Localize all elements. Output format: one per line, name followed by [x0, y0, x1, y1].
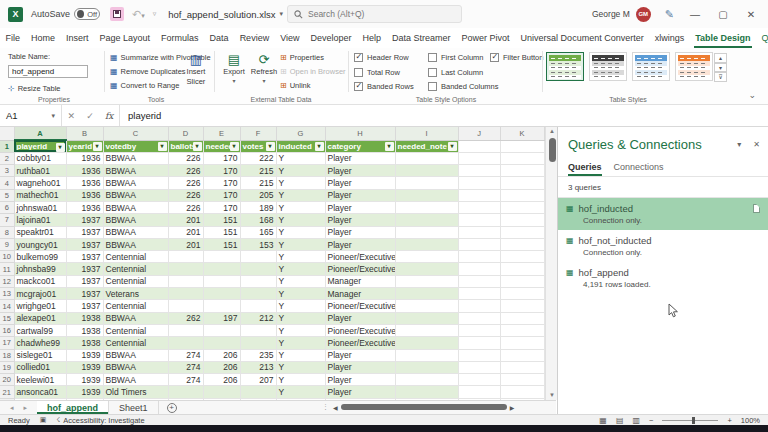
empty-cell[interactable] [500, 251, 544, 263]
column-header-D[interactable]: D [168, 127, 203, 140]
cell[interactable]: collied01 [14, 361, 66, 373]
cell[interactable]: 226 [168, 165, 203, 177]
minimize-button[interactable]: — [688, 9, 702, 20]
cell[interactable] [395, 238, 458, 250]
ribbon-tab[interactable]: Insert [61, 28, 95, 48]
panel-close-icon[interactable]: ✕ [753, 140, 760, 149]
cell[interactable]: Y [276, 165, 325, 177]
cell[interactable]: 1936 [66, 189, 103, 201]
gallery-up-button[interactable]: ▴ [714, 53, 727, 63]
cell[interactable]: 1936 [66, 152, 103, 164]
row-number[interactable]: 17 [0, 337, 14, 349]
cell[interactable]: Centennial [103, 251, 168, 263]
gallery-more-button[interactable]: ⊽ [714, 72, 727, 82]
filter-dropdown-icon[interactable]: ▾ [230, 142, 239, 151]
table-header-cell[interactable]: needed▾ [203, 140, 240, 152]
style-option-checkbox[interactable]: Last Column [428, 68, 499, 77]
cell[interactable]: 1937 [66, 300, 103, 312]
row-number[interactable]: 3 [0, 165, 14, 177]
cell[interactable]: Centennial [103, 263, 168, 275]
cell[interactable]: BBWAA [103, 374, 168, 386]
normal-view-icon[interactable]: ▦ [599, 416, 607, 425]
cell[interactable]: 168 [240, 214, 276, 226]
save-icon[interactable] [110, 7, 124, 21]
cell[interactable]: Y [276, 288, 325, 300]
empty-cell[interactable] [458, 386, 500, 398]
cell[interactable]: BBWAA [103, 226, 168, 238]
cell[interactable]: 215 [240, 177, 276, 189]
style-option-checkbox[interactable]: Header Row [354, 53, 414, 62]
column-header-C[interactable]: C [103, 127, 168, 140]
row-number[interactable]: 19 [0, 361, 14, 373]
ribbon-tab[interactable]: Review [234, 28, 275, 48]
cell[interactable]: keelewi01 [14, 374, 66, 386]
empty-cell[interactable] [500, 337, 544, 349]
cell[interactable]: 1938 [66, 312, 103, 324]
cell[interactable]: chadwhe99 [14, 337, 66, 349]
filter-dropdown-icon[interactable]: ▾ [93, 142, 102, 151]
ribbon-tab[interactable]: xlwings [649, 28, 690, 48]
page-layout-view-icon[interactable]: ▤ [616, 416, 624, 425]
cell[interactable]: 197 [203, 312, 240, 324]
cell[interactable] [395, 288, 458, 300]
cell[interactable]: Y [276, 238, 325, 250]
ribbon-tab[interactable]: Home [26, 28, 61, 48]
empty-cell[interactable] [500, 152, 544, 164]
empty-cell[interactable] [458, 374, 500, 386]
table-header-cell[interactable]: category▾ [325, 140, 395, 152]
cell[interactable]: 226 [168, 201, 203, 213]
cell[interactable]: Player [325, 226, 395, 238]
table-header-cell[interactable]: yearid▾ [66, 140, 103, 152]
cell[interactable]: Y [276, 214, 325, 226]
autosave-toggle[interactable]: Off [74, 8, 100, 20]
cell[interactable]: bulkemo99 [14, 251, 66, 263]
cell[interactable]: Y [276, 386, 325, 398]
cell[interactable]: lajoina01 [14, 214, 66, 226]
cell[interactable]: 274 [168, 374, 203, 386]
row-number[interactable]: 4 [0, 177, 14, 189]
cell[interactable]: 1936 [66, 177, 103, 189]
cell[interactable]: Centennial [103, 324, 168, 336]
cell[interactable]: cartwal99 [14, 324, 66, 336]
empty-cell[interactable] [458, 275, 500, 287]
row-number[interactable]: 15 [0, 312, 14, 324]
cell[interactable]: 1937 [66, 275, 103, 287]
cell[interactable] [395, 263, 458, 275]
empty-cell[interactable] [500, 288, 544, 300]
style-option-checkbox[interactable]: Banded Rows [354, 82, 414, 91]
cell[interactable]: 1937 [66, 226, 103, 238]
cell[interactable] [203, 324, 240, 336]
search-input[interactable]: Search (Alt+Q) [287, 5, 462, 23]
name-box[interactable]: A1 ▾ [0, 105, 62, 126]
ribbon-tab[interactable]: Data [204, 28, 234, 48]
cell[interactable]: Player [325, 152, 395, 164]
cell[interactable] [395, 201, 458, 213]
filter-dropdown-icon[interactable]: ▾ [193, 142, 202, 151]
cell[interactable]: Player [325, 189, 395, 201]
ribbon-tab[interactable]: Formulas [156, 28, 205, 48]
column-header-F[interactable]: F [240, 127, 276, 140]
enter-icon[interactable]: ✓ [86, 111, 94, 121]
cell[interactable]: Y [276, 324, 325, 336]
insert-slicer-button[interactable]: ▥ Insert Slicer [180, 51, 212, 95]
cell[interactable]: 201 [168, 214, 203, 226]
cell[interactable] [240, 300, 276, 312]
panel-tab[interactable]: Queries [568, 162, 602, 176]
insert-function-icon[interactable]: fx [105, 111, 113, 121]
cell[interactable] [168, 251, 203, 263]
cell[interactable]: BBWAA [103, 152, 168, 164]
cell[interactable] [240, 263, 276, 275]
cell[interactable]: Y [276, 201, 325, 213]
cell[interactable] [395, 275, 458, 287]
cell[interactable]: 206 [203, 349, 240, 361]
cell[interactable]: 1937 [66, 251, 103, 263]
cell[interactable]: 1939 [66, 374, 103, 386]
row-number[interactable]: 8 [0, 226, 14, 238]
cell[interactable]: Y [276, 263, 325, 275]
cell[interactable] [395, 374, 458, 386]
scroll-right-icon[interactable]: ▶ [510, 404, 515, 411]
row-number[interactable]: 16 [0, 324, 14, 336]
cell[interactable] [395, 300, 458, 312]
cell[interactable]: 153 [240, 238, 276, 250]
query-list-item[interactable]: ▦ hof_inducted Connection only. [558, 198, 768, 230]
